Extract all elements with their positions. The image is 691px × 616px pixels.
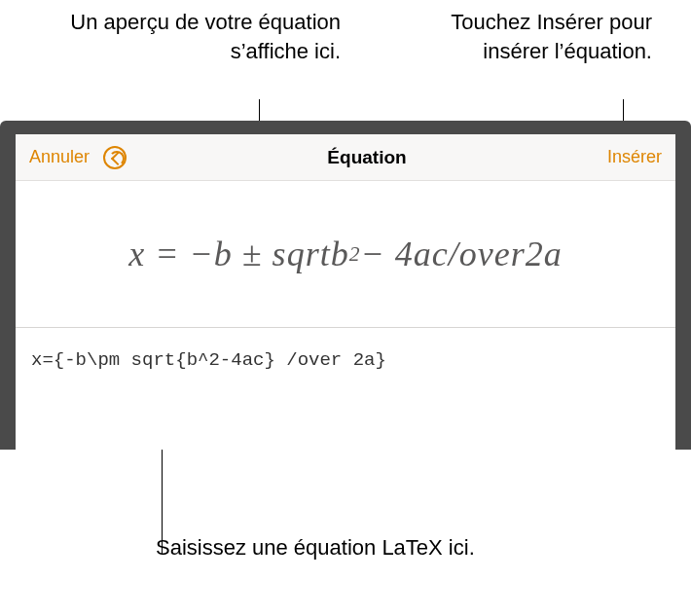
insert-button[interactable]: Insérer <box>607 147 662 167</box>
callout-latex: Saisissez une équation LaTeX ici. <box>156 535 662 561</box>
undo-icon[interactable] <box>103 146 127 169</box>
callout-insert: Touchez Insérer pour insérer l’équation. <box>418 8 652 107</box>
equation-editor-screen: Annuler Équation Insérer x = −b ± sqrtb2… <box>16 134 675 450</box>
page-title: Équation <box>327 147 406 168</box>
toolbar: Annuler Équation Insérer <box>16 134 675 181</box>
device-frame: Annuler Équation Insérer x = −b ± sqrtb2… <box>0 121 691 450</box>
callout-preview: Un aperçu de votre équation s’affiche ic… <box>68 8 341 107</box>
cancel-button[interactable]: Annuler <box>29 147 90 167</box>
latex-input[interactable]: x={-b\pm sqrt{b^2-4ac} /over 2a} <box>16 327 675 434</box>
equation-preview: x = −b ± sqrtb2 − 4ac/over2a <box>16 181 675 327</box>
